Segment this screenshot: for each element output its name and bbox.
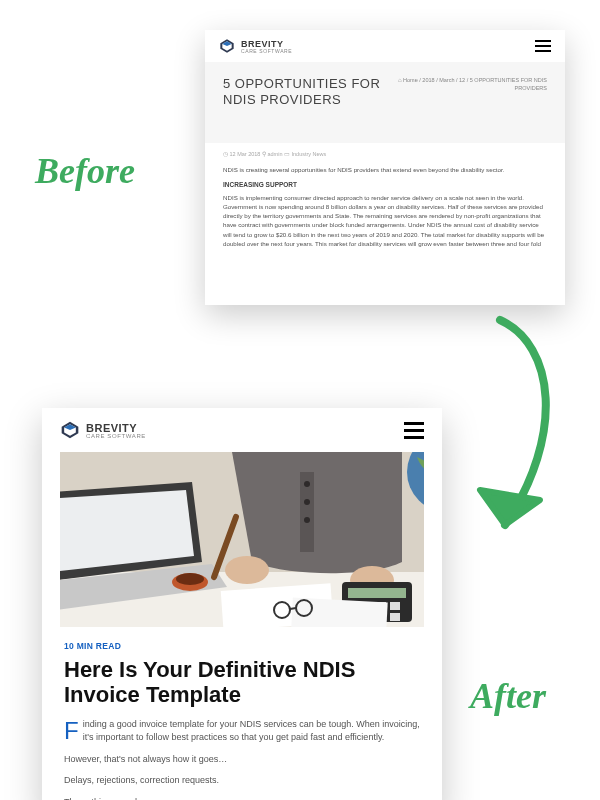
svg-point-16 [304,499,310,505]
before-subheading: INCREASING SUPPORT [223,180,547,190]
after-lead: Finding a good invoice template for your… [64,718,420,745]
after-header: BREVITY CARE SOFTWARE [42,408,442,452]
brand[interactable]: BREVITY CARE SOFTWARE [60,420,146,440]
after-p2: However, that's not always how it goes… [64,753,420,767]
read-time-badge: 10 MIN READ [64,641,420,651]
brand[interactable]: BREVITY CARE SOFTWARE [219,38,292,54]
hamburger-icon [404,422,424,425]
svg-point-13 [176,573,204,585]
menu-button[interactable] [535,40,551,52]
brand-tagline: CARE SOFTWARE [241,48,292,54]
before-paragraph: NDIS is implementing consumer directed a… [223,193,547,249]
before-body: NDIS is creating several opportunities f… [205,165,565,249]
before-intro: NDIS is creating several opportunities f… [223,165,547,174]
svg-line-35 [290,608,296,609]
brand-name: BREVITY [86,422,146,434]
svg-rect-30 [390,613,400,621]
hero-image [60,452,424,627]
after-card: BREVITY CARE SOFTWARE [42,408,442,800]
brevity-logo-icon [60,420,80,440]
after-body: 10 MIN READ Here Is Your Definitive NDIS… [42,627,442,800]
svg-point-18 [225,556,269,584]
before-card: BREVITY CARE SOFTWARE 5 OPPORTUNITIES FO… [205,30,565,305]
after-p4: These things can happen. [64,796,420,800]
brand-tagline: CARE SOFTWARE [86,433,146,439]
brevity-logo-icon [219,38,235,54]
hamburger-icon [535,40,551,42]
after-p3: Delays, rejections, correction requests. [64,774,420,788]
before-header: BREVITY CARE SOFTWARE [205,30,565,62]
post-meta: ◷ 12 Mar 2018 ⚲ admin ▭ Industry News [205,143,565,165]
svg-point-17 [304,517,310,523]
svg-point-15 [304,481,310,487]
after-label: After [470,675,546,717]
svg-rect-32 [291,598,387,627]
before-hero: 5 OPPORTUNITIES FOR NDIS PROVIDERS ⌂ Hom… [205,62,565,143]
arrow-icon [445,315,575,575]
after-title: Here Is Your Definitive NDIS Invoice Tem… [64,657,420,708]
menu-button[interactable] [404,422,424,439]
svg-rect-26 [390,602,400,610]
before-title: 5 OPPORTUNITIES FOR NDIS PROVIDERS [223,76,385,109]
home-icon: ⌂ [398,77,402,83]
breadcrumb[interactable]: ⌂ Home / 2018 / March / 12 / 5 OPPORTUNI… [385,76,547,109]
dropcap: F [64,718,83,742]
svg-rect-22 [348,588,406,598]
svg-marker-3 [480,490,540,525]
before-label: Before [35,150,135,192]
